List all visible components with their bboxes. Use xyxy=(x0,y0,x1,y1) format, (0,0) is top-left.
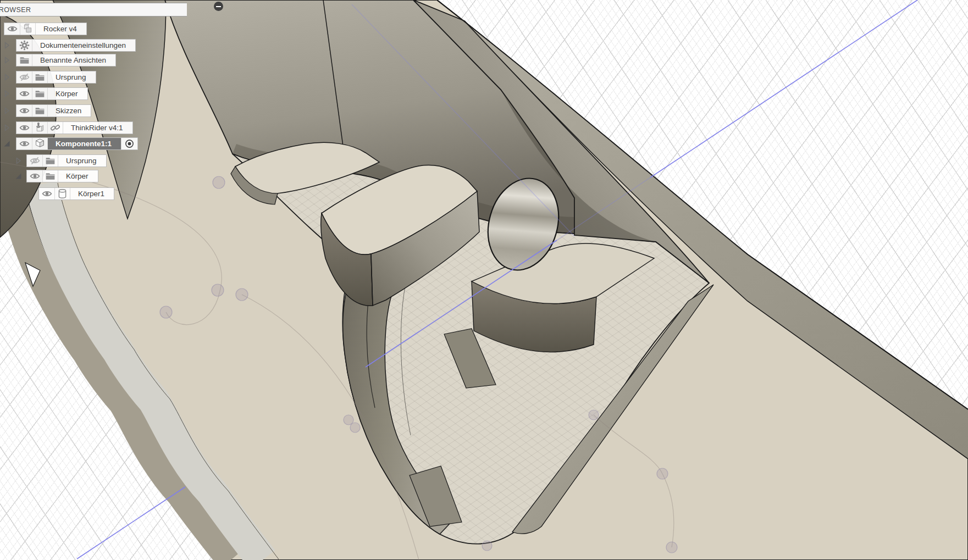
browser-item-benannte-ansichten[interactable]: Benannte Ansichten xyxy=(0,54,116,66)
folder-icon xyxy=(19,54,30,66)
browser-item-thinkrider-v4-1[interactable]: ThinkRider v4:1 xyxy=(0,121,133,134)
link-icon xyxy=(49,122,61,134)
eye-icon xyxy=(19,105,30,117)
tree-arrow[interactable] xyxy=(3,107,10,114)
expand-arrow-icon[interactable] xyxy=(3,124,10,131)
item-label[interactable]: Rocker v4 xyxy=(35,23,86,35)
expand-arrow-icon[interactable] xyxy=(15,157,22,164)
expand-arrow-icon[interactable] xyxy=(3,90,10,97)
activate-component-radio[interactable] xyxy=(121,138,137,149)
row-strip[interactable]: Dokumenteneinstellungen xyxy=(16,39,136,52)
tree-arrow[interactable] xyxy=(3,140,10,147)
design-document-icon xyxy=(22,23,34,35)
eye-cell[interactable] xyxy=(16,122,32,134)
tree-arrow[interactable] xyxy=(15,157,22,164)
eye-cell[interactable] xyxy=(16,105,32,117)
item-label[interactable]: Körper xyxy=(58,170,98,182)
browser-item-ursprung[interactable]: Ursprung xyxy=(0,71,96,84)
row-strip[interactable]: ThinkRider v4:1 xyxy=(16,121,133,134)
item-label[interactable]: Körper xyxy=(47,88,87,99)
eye-icon xyxy=(19,88,30,99)
folder-cell xyxy=(42,170,58,182)
body-cylinder-icon xyxy=(57,188,68,199)
tree-arrow[interactable] xyxy=(3,74,10,81)
anchor-component-cell xyxy=(32,122,47,134)
collapse-arrow-icon[interactable] xyxy=(15,173,22,180)
browser-item-k-rper[interactable]: Körper xyxy=(0,87,88,100)
eye-cell[interactable] xyxy=(16,138,32,149)
folder-cell xyxy=(16,54,32,66)
folder-icon xyxy=(34,71,46,83)
expand-arrow-icon[interactable] xyxy=(3,107,10,114)
row-strip[interactable]: Körper xyxy=(26,170,98,182)
item-label[interactable]: ThinkRider v4:1 xyxy=(63,122,132,134)
collapse-arrow-icon[interactable] xyxy=(3,140,10,147)
browser-header[interactable]: BROWSER xyxy=(0,3,187,16)
fusion360-window: BROWSER Rocker v4Dokumenteneinstellungen… xyxy=(0,0,968,560)
eye-icon xyxy=(41,188,53,199)
component-cube-icon xyxy=(34,138,46,149)
browser-item-skizzen[interactable]: Skizzen xyxy=(0,104,91,117)
item-label[interactable]: Benannte Ansichten xyxy=(32,54,115,66)
row-strip[interactable]: Ursprung xyxy=(26,154,107,167)
folder-cell xyxy=(32,71,47,83)
anchor-component-icon xyxy=(34,122,46,134)
browser-item-k-rper1[interactable]: Körper1 xyxy=(0,187,114,200)
item-label[interactable]: Skizzen xyxy=(47,105,91,117)
folder-icon xyxy=(34,88,46,99)
browser-item-k-rper[interactable]: Körper xyxy=(0,170,98,182)
item-label[interactable]: Komponente1:1 xyxy=(47,138,121,149)
expand-arrow-icon[interactable] xyxy=(3,74,10,81)
eye-off-cell[interactable] xyxy=(27,155,42,167)
eye-icon xyxy=(7,23,18,35)
folder-cell xyxy=(42,155,58,167)
eye-off-icon xyxy=(19,71,30,83)
row-strip[interactable]: Ursprung xyxy=(16,71,96,84)
eye-cell[interactable] xyxy=(39,188,54,199)
folder-icon xyxy=(45,170,56,182)
eye-cell[interactable] xyxy=(16,88,32,99)
expand-arrow-icon[interactable] xyxy=(3,57,10,64)
folder-cell xyxy=(32,88,47,99)
eye-cell[interactable] xyxy=(4,23,20,35)
eye-icon xyxy=(19,138,30,149)
row-strip[interactable]: Benannte Ansichten xyxy=(16,54,116,66)
row-strip[interactable]: Körper1 xyxy=(38,187,114,200)
folder-icon xyxy=(34,105,46,117)
browser-panel: BROWSER Rocker v4Dokumenteneinstellungen… xyxy=(0,0,231,220)
folder-icon xyxy=(45,155,56,167)
tree-arrow[interactable] xyxy=(3,42,10,49)
eye-icon xyxy=(19,122,30,134)
body-cylinder-cell xyxy=(54,188,70,199)
eye-icon xyxy=(29,170,41,182)
gear-icon xyxy=(19,40,30,51)
expand-arrow-icon[interactable] xyxy=(3,42,10,49)
row-strip[interactable]: Skizzen xyxy=(16,104,91,117)
row-strip[interactable]: Körper xyxy=(16,87,88,100)
browser-item-dokumenteneinstellungen[interactable]: Dokumenteneinstellungen xyxy=(0,39,136,52)
item-label[interactable]: Dokumenteneinstellungen xyxy=(32,40,135,51)
row-strip[interactable]: Rocker v4 xyxy=(4,23,87,35)
design-doc-cell xyxy=(20,23,35,35)
browser-item-rocker-v4[interactable]: Rocker v4 xyxy=(0,23,87,35)
tree-arrow[interactable] xyxy=(3,124,10,131)
eye-cell[interactable] xyxy=(27,170,42,182)
item-label[interactable]: Körper1 xyxy=(70,188,114,199)
browser-item-komponente1-1[interactable]: Komponente1:1 xyxy=(0,137,138,150)
tree-arrow[interactable] xyxy=(3,90,10,97)
link-cell xyxy=(47,122,63,134)
eye-off-cell[interactable] xyxy=(16,71,32,83)
browser-item-ursprung[interactable]: Ursprung xyxy=(0,154,107,167)
item-label[interactable]: Ursprung xyxy=(58,155,106,167)
gear-cell xyxy=(16,40,32,51)
item-label[interactable]: Ursprung xyxy=(47,71,96,83)
component-cube-cell xyxy=(32,138,47,149)
row-strip[interactable]: Komponente1:1 xyxy=(16,137,138,150)
eye-off-icon xyxy=(29,155,41,167)
browser-title: BROWSER xyxy=(0,6,31,14)
tree-arrow[interactable] xyxy=(3,57,10,64)
browser-collapse-button[interactable] xyxy=(214,2,223,11)
folder-cell xyxy=(32,105,47,117)
tree-arrow[interactable] xyxy=(15,173,22,180)
